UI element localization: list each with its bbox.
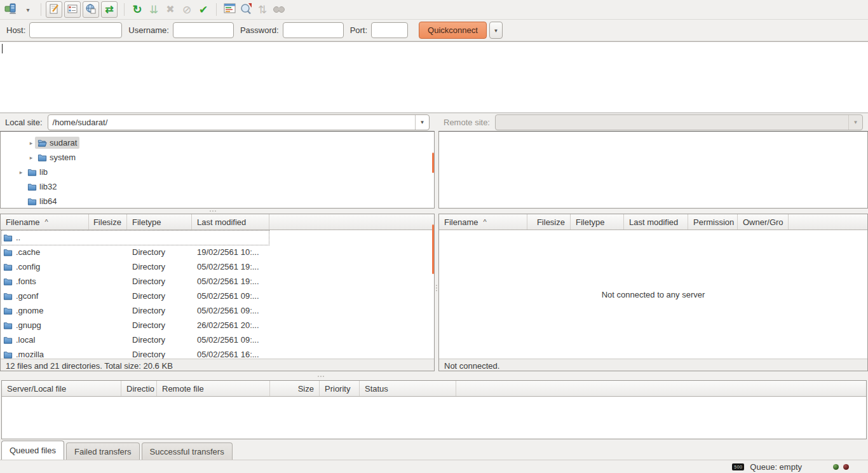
tree-scrollbar-thumb[interactable] bbox=[432, 153, 434, 173]
folder-icon bbox=[27, 197, 37, 206]
file-name: .mozilla bbox=[16, 350, 44, 359]
binoculars-icon bbox=[273, 4, 285, 16]
quickconnect-dropdown-button[interactable]: ▼ bbox=[489, 22, 503, 39]
tree-item-lib[interactable]: ▸ lib bbox=[1, 165, 434, 179]
remote-empty-message: Not connected to any server bbox=[439, 230, 867, 359]
file-row-parent[interactable]: .. bbox=[1, 230, 434, 245]
column-label: Directio bbox=[126, 384, 154, 394]
column-header-status[interactable]: Status bbox=[360, 381, 456, 396]
folder-icon bbox=[37, 153, 47, 162]
tab-successful-transfers[interactable]: Successful transfers bbox=[142, 442, 233, 460]
column-header-priority[interactable]: Priority bbox=[320, 381, 360, 396]
file-name: .gconf bbox=[16, 291, 38, 301]
tab-failed-transfers[interactable]: Failed transfers bbox=[66, 442, 140, 460]
toggle-message-log-button[interactable] bbox=[46, 1, 62, 18]
password-label: Password: bbox=[240, 25, 279, 35]
column-header-remote-file[interactable]: Remote file bbox=[157, 381, 270, 396]
queue-header: Server/Local file Directio Remote file S… bbox=[2, 381, 866, 397]
column-header-size[interactable]: Size bbox=[270, 381, 320, 396]
toolbar: ▾ bbox=[0, 0, 868, 20]
cancel-operation-button[interactable]: ✖ bbox=[162, 1, 179, 18]
vertical-splitter[interactable] bbox=[435, 285, 438, 291]
column-header-direction[interactable]: Directio bbox=[121, 381, 157, 396]
speed-limit-icon[interactable]: 500 bbox=[732, 463, 744, 470]
local-site-path: /home/sudarat/ bbox=[48, 118, 415, 127]
message-log[interactable] bbox=[0, 41, 868, 113]
file-search-button[interactable] bbox=[271, 1, 287, 18]
remote-treeview-icon bbox=[85, 3, 97, 17]
tree-expand-icon[interactable]: ▸ bbox=[27, 154, 35, 161]
column-header-filename[interactable]: Filename ^ bbox=[439, 214, 527, 230]
site-manager-dropdown-button[interactable]: ▾ bbox=[20, 1, 36, 18]
file-row-gnome[interactable]: .gnome Directory 05/02/2561 09:... bbox=[1, 303, 434, 318]
tree-expand-icon[interactable]: ▸ bbox=[17, 169, 25, 175]
toggle-transfer-queue-button[interactable]: ⇄ bbox=[101, 1, 118, 18]
queue-tabs: Queued files Failed transfers Successful… bbox=[0, 439, 868, 460]
username-input[interactable] bbox=[173, 22, 234, 38]
tree-expand-icon[interactable]: ▸ bbox=[27, 140, 35, 146]
file-modified: 05/02/2561 19:... bbox=[192, 262, 269, 271]
toggle-local-tree-button[interactable] bbox=[64, 1, 81, 18]
file-row-gnupg[interactable]: .gnupg Directory 26/02/2561 20:... bbox=[1, 318, 434, 332]
file-row-mozilla[interactable]: .mozilla Directory 05/02/2561 16:... bbox=[1, 347, 434, 359]
process-queue-button[interactable]: ⇊ bbox=[146, 1, 162, 18]
tree-item-lib32[interactable]: lib32 bbox=[1, 179, 434, 194]
sync-browsing-button[interactable]: ⇅ bbox=[254, 1, 271, 18]
column-header-filename[interactable]: Filename ^ bbox=[1, 214, 89, 230]
directory-comparison-button[interactable] bbox=[238, 1, 254, 18]
horizontal-splitter[interactable] bbox=[318, 375, 332, 378]
message-log-icon bbox=[48, 3, 60, 17]
toggle-remote-tree-button[interactable] bbox=[83, 1, 99, 18]
refresh-button[interactable]: ↻ bbox=[129, 1, 146, 18]
column-header-filetype[interactable]: Filetype bbox=[127, 214, 192, 230]
column-label: Owner/Gro bbox=[743, 217, 783, 227]
local-site-combobox[interactable]: /home/sudarat/ ▼ bbox=[48, 114, 430, 130]
column-label: Priority bbox=[325, 384, 350, 394]
chevron-down-icon[interactable]: ▼ bbox=[415, 115, 429, 130]
folder-icon bbox=[3, 336, 13, 345]
file-row-local[interactable]: .local Directory 05/02/2561 09:... bbox=[1, 332, 434, 347]
column-label: Filename bbox=[444, 217, 478, 227]
file-name: .. bbox=[16, 233, 20, 242]
tab-queued-files[interactable]: Queued files bbox=[1, 441, 64, 460]
column-header-filesize[interactable]: Filesize bbox=[89, 214, 127, 230]
column-header-last-modified[interactable]: Last modified bbox=[624, 214, 688, 230]
column-label: Filesize bbox=[537, 217, 565, 227]
disconnect-button[interactable]: ⊘ bbox=[179, 1, 195, 18]
file-modified: 05/02/2561 09:... bbox=[192, 335, 269, 345]
column-header-last-modified[interactable]: Last modified bbox=[192, 214, 269, 230]
reconnect-button[interactable]: ✔ bbox=[195, 1, 212, 18]
file-list-scrollbar-thumb[interactable] bbox=[432, 224, 434, 274]
column-header-owner-group[interactable]: Owner/Gro bbox=[738, 214, 789, 230]
file-row-fonts[interactable]: .fonts Directory 05/02/2561 19:... bbox=[1, 274, 434, 289]
port-input[interactable] bbox=[371, 22, 408, 38]
file-row-gconf[interactable]: .gconf Directory 05/02/2561 09:... bbox=[1, 289, 434, 303]
password-input[interactable] bbox=[283, 22, 344, 38]
quickconnect-button[interactable]: Quickconnect bbox=[419, 22, 487, 39]
tree-item-lib64[interactable]: lib64 bbox=[1, 194, 434, 209]
file-type: Directory bbox=[127, 277, 192, 286]
file-modified: 26/02/2561 20:... bbox=[192, 320, 269, 330]
site-manager-button[interactable] bbox=[3, 1, 20, 18]
quickconnect-bar: Host: Username: Password: Port: Quickcon… bbox=[0, 20, 868, 41]
tree-item-label: lib64 bbox=[39, 196, 57, 206]
file-row-config[interactable]: .config Directory 05/02/2561 19:... bbox=[1, 259, 434, 274]
horizontal-splitter[interactable] bbox=[210, 210, 224, 212]
tree-item-system[interactable]: ▸ system bbox=[1, 150, 434, 165]
column-header-filesize[interactable]: Filesize bbox=[527, 214, 571, 230]
local-treeview-icon bbox=[67, 3, 78, 17]
file-type: Directory bbox=[127, 247, 192, 257]
port-label: Port: bbox=[350, 25, 367, 35]
column-header-permissions[interactable]: Permission bbox=[688, 214, 738, 230]
status-bar: 500 Queue: empty bbox=[0, 460, 868, 473]
column-header-filetype[interactable]: Filetype bbox=[571, 214, 624, 230]
tree-item-sudarat[interactable]: ▸ sudarat bbox=[1, 135, 434, 150]
filter-button[interactable] bbox=[221, 1, 238, 18]
host-input[interactable] bbox=[29, 22, 122, 38]
file-modified: 05/02/2561 09:... bbox=[192, 306, 269, 315]
file-name: .gnome bbox=[16, 306, 43, 315]
local-directory-tree[interactable]: ▸ sudarat ▸ system ▸ lib lib32 bbox=[0, 131, 435, 209]
file-name: .config bbox=[16, 262, 40, 271]
column-header-server-local-file[interactable]: Server/Local file bbox=[2, 381, 121, 396]
file-row-cache[interactable]: .cache Directory 19/02/2561 10:... bbox=[1, 245, 434, 259]
